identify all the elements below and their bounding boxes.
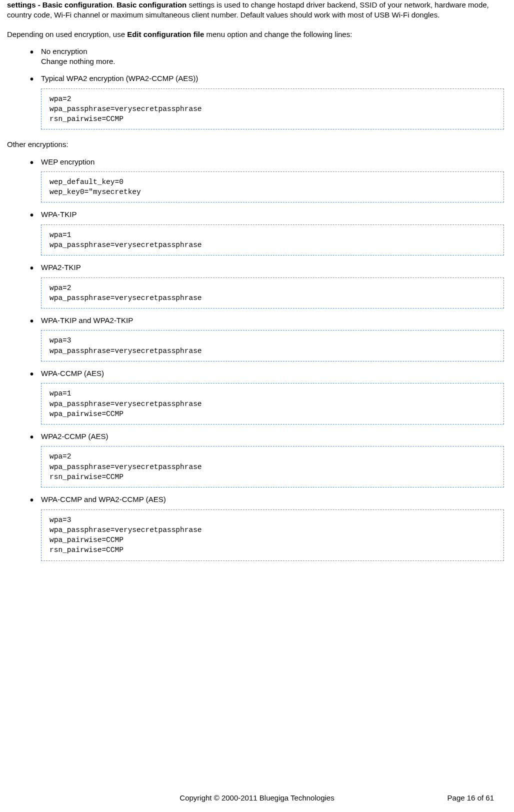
- other-encryptions-heading: Other encryptions:: [7, 140, 507, 150]
- item-title: WPA-TKIP: [41, 210, 507, 220]
- item-title: WEP encryption: [41, 157, 507, 167]
- item-title: WPA-TKIP and WPA2-TKIP: [41, 316, 507, 326]
- code-block: wep_default_key=0 wep_key0="mysecretkey: [41, 172, 504, 203]
- item-title: No encryption: [41, 46, 507, 56]
- code-block: wpa=2 wpa_passphrase=verysecretpassphras…: [41, 446, 504, 488]
- list-item: WPA2-TKIP wpa=2 wpa_passphrase=verysecre…: [30, 262, 507, 308]
- item-title: WPA2-CCMP (AES): [41, 432, 507, 442]
- item-subtitle: Change nothing more.: [41, 56, 507, 66]
- item-title: Typical WPA2 encryption (WPA2-CCMP (AES)…: [41, 74, 507, 84]
- encryption-list-1: No encryption Change nothing more. Typic…: [7, 46, 507, 130]
- code-block: wpa=1 wpa_passphrase=verysecretpassphras…: [41, 224, 504, 256]
- code-block: wpa=1 wpa_passphrase=verysecretpassphras…: [41, 383, 504, 424]
- intro-bold-2: Basic configuration: [116, 0, 186, 9]
- code-block: wpa=2 wpa_passphrase=verysecretpassphras…: [41, 278, 504, 309]
- item-title: WPA2-TKIP: [41, 262, 507, 272]
- intro-paragraph: settings - Basic configuration. Basic co…: [7, 0, 507, 20]
- code-block: wpa=3 wpa_passphrase=verysecretpassphras…: [41, 330, 504, 362]
- list-item: No encryption Change nothing more.: [30, 46, 507, 67]
- depending-paragraph: Depending on used encryption, use Edit c…: [7, 30, 507, 40]
- depending-pre: Depending on used encryption, use: [7, 30, 127, 38]
- item-title: WPA-CCMP (AES): [41, 368, 507, 378]
- intro-bold-1: settings - Basic configuration: [7, 0, 112, 9]
- item-title: WPA-CCMP and WPA2-CCMP (AES): [41, 494, 507, 504]
- list-item: WPA-TKIP wpa=1 wpa_passphrase=verysecret…: [30, 210, 507, 256]
- list-item: Typical WPA2 encryption (WPA2-CCMP (AES)…: [30, 74, 507, 130]
- list-item: WPA2-CCMP (AES) wpa=2 wpa_passphrase=ver…: [30, 432, 507, 488]
- list-item: WEP encryption wep_default_key=0 wep_key…: [30, 157, 507, 203]
- list-item: WPA-CCMP and WPA2-CCMP (AES) wpa=3 wpa_p…: [30, 494, 507, 560]
- code-block: wpa=2 wpa_passphrase=verysecretpassphras…: [41, 88, 504, 130]
- list-item: WPA-CCMP (AES) wpa=1 wpa_passphrase=very…: [30, 368, 507, 424]
- list-item: WPA-TKIP and WPA2-TKIP wpa=3 wpa_passphr…: [30, 316, 507, 362]
- copyright-text: Copyright © 2000-2011 Bluegiga Technolog…: [180, 794, 334, 802]
- encryption-list-2: WEP encryption wep_default_key=0 wep_key…: [7, 157, 507, 561]
- depending-post: menu option and change the following lin…: [204, 30, 352, 38]
- page-footer: Copyright © 2000-2011 Bluegiga Technolog…: [0, 793, 514, 803]
- code-block: wpa=3 wpa_passphrase=verysecretpassphras…: [41, 510, 504, 561]
- page-number: Page 16 of 61: [448, 793, 494, 803]
- depending-bold: Edit configuration file: [127, 30, 204, 38]
- intro-dot: .: [112, 0, 116, 9]
